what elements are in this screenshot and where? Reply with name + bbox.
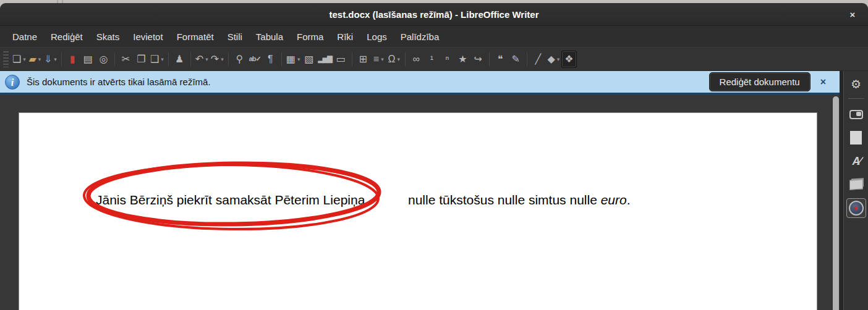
insert-image-icon: ▧ bbox=[304, 54, 313, 64]
insert-comment-button[interactable]: ❝ bbox=[493, 51, 508, 68]
gallery-deck-icon bbox=[849, 179, 863, 190]
open-button[interactable]: ▰▾ bbox=[27, 51, 43, 68]
menu-item-0[interactable]: Datne bbox=[6, 28, 44, 45]
insert-bookmark-icon: ★ bbox=[458, 54, 467, 64]
find-and-replace-button[interactable]: ⚲ bbox=[232, 51, 247, 68]
insert-table-button[interactable]: ▦▾ bbox=[285, 51, 302, 68]
toolbar-separator bbox=[281, 52, 282, 66]
edit-document-button[interactable]: Rediģēt dokumentu bbox=[709, 72, 811, 91]
spelling-check-button[interactable]: ab✓ bbox=[247, 51, 263, 68]
sidebar-settings-button[interactable]: ⚙ bbox=[846, 74, 866, 94]
menubar: DatneRediģētSkatsIevietotFormatētStiliTa… bbox=[0, 26, 868, 47]
menu-item-7[interactable]: Forma bbox=[290, 28, 330, 45]
show-draw-functions-icon: ❖ bbox=[564, 54, 573, 64]
insert-cross-reference-icon: ↪ bbox=[474, 54, 482, 64]
paste-button[interactable]: ❑▾ bbox=[149, 51, 165, 68]
print-preview-button[interactable]: ◎ bbox=[96, 51, 111, 68]
toolbar-separator bbox=[405, 52, 406, 66]
menu-item-9[interactable]: Logs bbox=[360, 28, 394, 45]
infobar-close-icon[interactable]: × bbox=[820, 77, 826, 88]
toolbar-separator bbox=[168, 52, 169, 66]
export-pdf-icon: ▮ bbox=[70, 54, 75, 64]
open-dropdown-arrow-icon[interactable]: ▾ bbox=[38, 56, 41, 62]
new-document-dropdown-arrow-icon[interactable]: ▾ bbox=[23, 56, 26, 62]
menu-item-6[interactable]: Tabula bbox=[249, 28, 290, 45]
redo-dropdown-arrow-icon[interactable]: ▾ bbox=[221, 56, 224, 62]
insert-textbox-icon: ▭ bbox=[336, 54, 346, 64]
window-close-button[interactable]: × bbox=[843, 6, 862, 24]
red-ellipse-annotation bbox=[81, 158, 385, 233]
insert-cross-reference-button[interactable]: ↪ bbox=[470, 51, 486, 68]
undo-button[interactable]: ↶▾ bbox=[194, 51, 210, 68]
menu-item-5[interactable]: Stili bbox=[221, 28, 249, 45]
styles-deck-button[interactable]: A∕ bbox=[846, 151, 866, 171]
undo-dropdown-arrow-icon[interactable]: ▾ bbox=[205, 56, 208, 62]
menu-item-8[interactable]: Rīki bbox=[330, 28, 360, 45]
paste-dropdown-arrow-icon[interactable]: ▾ bbox=[161, 56, 164, 62]
formatting-marks-button[interactable]: ¶ bbox=[263, 51, 278, 68]
insert-table-dropdown-arrow-icon[interactable]: ▾ bbox=[297, 56, 300, 62]
insert-endnote-icon: ⁿ bbox=[445, 54, 449, 64]
insert-table-icon: ▦ bbox=[286, 54, 296, 64]
insert-field-dropdown-arrow-icon[interactable]: ▾ bbox=[381, 56, 384, 62]
toolbar-separator bbox=[61, 52, 62, 66]
new-document-button[interactable]: ❏▾ bbox=[11, 51, 27, 68]
find-and-replace-icon: ⚲ bbox=[236, 54, 243, 64]
insert-bookmark-button[interactable]: ★ bbox=[455, 51, 470, 68]
menu-item-2[interactable]: Skats bbox=[90, 28, 127, 45]
cut-button[interactable]: ✂ bbox=[118, 51, 134, 68]
application-window: test.docx (lasīšanas režīmā) - LibreOffi… bbox=[0, 0, 868, 310]
menu-item-4[interactable]: Formatēt bbox=[170, 28, 221, 45]
insert-line-button[interactable]: ╱ bbox=[530, 51, 546, 68]
basic-shapes-dropdown-arrow-icon[interactable]: ▾ bbox=[557, 56, 560, 62]
toolbar-separator bbox=[228, 52, 229, 66]
print-button[interactable]: ▤ bbox=[80, 51, 96, 68]
basic-shapes-button[interactable]: ◆▾ bbox=[546, 51, 561, 68]
undo-icon: ↶ bbox=[195, 54, 203, 64]
insert-hyperlink-button[interactable]: ∞ bbox=[409, 51, 424, 68]
insert-special-character-icon: Ω bbox=[388, 54, 396, 64]
insert-special-character-button[interactable]: Ω▾ bbox=[386, 51, 402, 68]
insert-image-button[interactable]: ▧ bbox=[301, 51, 317, 68]
insert-field-button[interactable]: ≡▾ bbox=[371, 51, 386, 68]
navigator-deck-button[interactable]: ✶ bbox=[846, 198, 866, 218]
toolbar-grip-handle[interactable] bbox=[3, 51, 9, 67]
info-icon: i bbox=[5, 75, 20, 90]
redo-button[interactable]: ↷▾ bbox=[210, 51, 225, 68]
sidebar-separator bbox=[848, 98, 864, 99]
clone-formatting-button[interactable]: ♟ bbox=[172, 51, 187, 68]
document-sentence-part2: nulle tūkstošus nulle simtus nulle euro. bbox=[408, 193, 631, 207]
insert-field-icon: ≡ bbox=[373, 54, 379, 64]
insert-special-character-dropdown-arrow-icon[interactable]: ▾ bbox=[398, 56, 401, 62]
document-sentence-period: . bbox=[627, 193, 631, 207]
toolbar-separator bbox=[190, 52, 191, 66]
document-sentence-italic: euro bbox=[601, 193, 627, 207]
insert-footnote-button[interactable]: ¹ bbox=[424, 51, 440, 68]
insert-chart-button[interactable]: ▂▅▇ bbox=[317, 51, 333, 68]
track-changes-button[interactable]: ✎ bbox=[508, 51, 524, 68]
menu-item-1[interactable]: Rediģēt bbox=[44, 28, 90, 45]
export-pdf-button[interactable]: ▮ bbox=[65, 51, 80, 68]
document-page: Jānis Bērziņš piekrīt samaksāt Pēterim L… bbox=[19, 112, 817, 310]
save-dropdown-arrow-icon[interactable]: ▾ bbox=[54, 56, 57, 62]
save-icon: ⇓ bbox=[44, 54, 52, 64]
toolbar-separator bbox=[489, 52, 490, 66]
page-deck-icon bbox=[850, 131, 862, 145]
page-deck-button[interactable] bbox=[846, 128, 866, 148]
open-icon: ▰ bbox=[28, 54, 36, 64]
titlebar: test.docx (lasīšanas režīmā) - LibreOffi… bbox=[0, 3, 868, 26]
insert-page-break-button[interactable]: ⊞ bbox=[355, 51, 371, 68]
insert-chart-icon: ▂▅▇ bbox=[318, 56, 331, 62]
gallery-deck-button[interactable] bbox=[846, 175, 866, 195]
copy-button[interactable]: ❐ bbox=[134, 51, 149, 68]
save-button[interactable]: ⇓▾ bbox=[43, 51, 58, 68]
properties-deck-button[interactable] bbox=[846, 104, 866, 124]
redo-icon: ↷ bbox=[211, 54, 219, 64]
insert-endnote-button[interactable]: ⁿ bbox=[440, 51, 455, 68]
vertical-scrollbar-thumb[interactable] bbox=[833, 96, 839, 310]
menu-item-3[interactable]: Ievietot bbox=[126, 28, 169, 45]
insert-textbox-button[interactable]: ▭ bbox=[333, 51, 349, 68]
show-draw-functions-button[interactable]: ❖ bbox=[561, 51, 577, 68]
document-sentence-part2-text: nulle tūkstošus nulle simtus nulle bbox=[408, 193, 601, 207]
menu-item-10[interactable]: Palīdzība bbox=[394, 28, 446, 45]
